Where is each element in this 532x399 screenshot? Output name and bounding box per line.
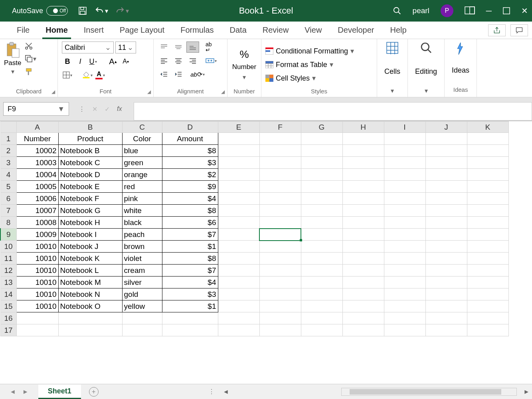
cell-F10[interactable] <box>259 241 301 253</box>
cell-D16[interactable] <box>162 312 218 324</box>
cell-D9[interactable]: $7 <box>162 229 218 241</box>
cell-G16[interactable] <box>301 312 342 324</box>
cell-K6[interactable] <box>467 193 508 205</box>
cell-B4[interactable]: Notebook D <box>58 169 122 181</box>
cell-E16[interactable] <box>218 312 259 324</box>
cell-G13[interactable] <box>301 277 342 288</box>
cell-D2[interactable]: $8 <box>162 145 218 157</box>
cell-F6[interactable] <box>259 193 301 205</box>
cell-J15[interactable] <box>425 300 467 312</box>
cell-K15[interactable] <box>467 300 508 312</box>
cell-A13[interactable]: 10010 <box>16 277 58 288</box>
cell-H15[interactable] <box>342 300 384 312</box>
cell-H8[interactable] <box>342 217 384 229</box>
tab-home[interactable]: Home <box>38 22 76 39</box>
orientation-button[interactable]: ab⟳▾ <box>191 69 204 80</box>
row-header-17[interactable]: 17 <box>0 324 16 336</box>
tab-data[interactable]: Data <box>222 22 255 39</box>
cell-I7[interactable] <box>384 205 425 217</box>
tab-split[interactable]: ⋮ <box>208 388 220 395</box>
cell-H13[interactable] <box>342 277 384 288</box>
tab-help[interactable]: Help <box>382 22 415 39</box>
cell-I16[interactable] <box>384 312 425 324</box>
cell-E13[interactable] <box>218 277 259 288</box>
cell-C13[interactable]: silver <box>122 277 162 288</box>
cell-G7[interactable] <box>301 205 342 217</box>
cell-C16[interactable] <box>122 312 162 324</box>
cell-C6[interactable]: pink <box>122 193 162 205</box>
row-header-6[interactable]: 6 <box>0 193 16 205</box>
format-as-table-button[interactable]: Format as Table▾ <box>265 59 373 70</box>
spreadsheet-grid[interactable]: ABCDEFGHIJK1NumberProductColorAmount2100… <box>0 121 509 336</box>
cell-J8[interactable] <box>425 217 467 229</box>
tab-insert[interactable]: Insert <box>76 22 112 39</box>
row-header-4[interactable]: 4 <box>0 169 16 181</box>
cell-B7[interactable]: Notebook G <box>58 205 122 217</box>
tab-formulas[interactable]: Formulas <box>172 22 222 39</box>
cell-F14[interactable] <box>259 288 301 300</box>
cell-E4[interactable] <box>218 169 259 181</box>
borders-button[interactable]: ▾ <box>62 69 73 81</box>
cell-C7[interactable]: white <box>122 205 162 217</box>
name-box[interactable]: F9▼ <box>3 102 69 116</box>
cell-G2[interactable] <box>301 145 342 157</box>
cell-A9[interactable]: 10009 <box>16 229 58 241</box>
cell-C15[interactable]: yellow <box>122 300 162 312</box>
cell-H5[interactable] <box>342 181 384 193</box>
cell-G6[interactable] <box>301 193 342 205</box>
cell-B11[interactable]: Notebook K <box>58 253 122 265</box>
align-right-button[interactable] <box>186 55 199 66</box>
tab-page-layout[interactable]: Page Layout <box>112 22 172 39</box>
username[interactable]: pearl <box>413 6 429 15</box>
cell-J7[interactable] <box>425 205 467 217</box>
cell-K2[interactable] <box>467 145 508 157</box>
cell-D17[interactable] <box>162 324 218 336</box>
cell-B13[interactable]: Notebook M <box>58 277 122 288</box>
row-header-14[interactable]: 14 <box>0 288 16 300</box>
sheet-nav-next[interactable]: ► <box>22 388 29 395</box>
shrink-font-button[interactable]: A▾ <box>120 56 131 67</box>
maximize-button[interactable] <box>503 7 510 14</box>
row-header-15[interactable]: 15 <box>0 300 16 312</box>
cell-I2[interactable] <box>384 145 425 157</box>
cell-J13[interactable] <box>425 277 467 288</box>
cell-D7[interactable]: $8 <box>162 205 218 217</box>
row-header-3[interactable]: 3 <box>0 157 16 169</box>
cell-B5[interactable]: Notebook E <box>58 181 122 193</box>
align-bottom-button[interactable] <box>186 41 199 53</box>
cell-I9[interactable] <box>384 229 425 241</box>
cell-A8[interactable]: 10008 <box>16 217 58 229</box>
cell-B16[interactable] <box>58 312 122 324</box>
cell-C3[interactable]: green <box>122 157 162 169</box>
cell-F17[interactable] <box>259 324 301 336</box>
cell-K11[interactable] <box>467 253 508 265</box>
cell-K9[interactable] <box>467 229 508 241</box>
cell-K3[interactable] <box>467 157 508 169</box>
cell-G15[interactable] <box>301 300 342 312</box>
cell-K13[interactable] <box>467 277 508 288</box>
tab-review[interactable]: Review <box>255 22 297 39</box>
cell-D8[interactable]: $6 <box>162 217 218 229</box>
minimize-button[interactable]: ─ <box>486 6 492 16</box>
cell-C10[interactable]: brown <box>122 241 162 253</box>
cell-H2[interactable] <box>342 145 384 157</box>
cell-K7[interactable] <box>467 205 508 217</box>
cell-K14[interactable] <box>467 288 508 300</box>
cell-B1[interactable]: Product <box>58 133 122 145</box>
cell-C14[interactable]: gold <box>122 288 162 300</box>
cell-J17[interactable] <box>425 324 467 336</box>
cell-J11[interactable] <box>425 253 467 265</box>
cell-I1[interactable] <box>384 133 425 145</box>
col-header-K[interactable]: K <box>467 122 508 133</box>
cell-D14[interactable]: $3 <box>162 288 218 300</box>
cell-J6[interactable] <box>425 193 467 205</box>
cell-E10[interactable] <box>218 241 259 253</box>
ideas-button[interactable]: Ideas Ideas <box>445 39 477 97</box>
autosave-toggle[interactable]: AutoSave Off <box>12 6 68 16</box>
cell-E15[interactable] <box>218 300 259 312</box>
ribbon-display-icon[interactable] <box>465 6 475 15</box>
cell-E1[interactable] <box>218 133 259 145</box>
font-size-combo[interactable]: 11⌄ <box>115 41 136 53</box>
cell-C12[interactable]: cream <box>122 265 162 277</box>
user-avatar[interactable]: P <box>441 4 453 17</box>
